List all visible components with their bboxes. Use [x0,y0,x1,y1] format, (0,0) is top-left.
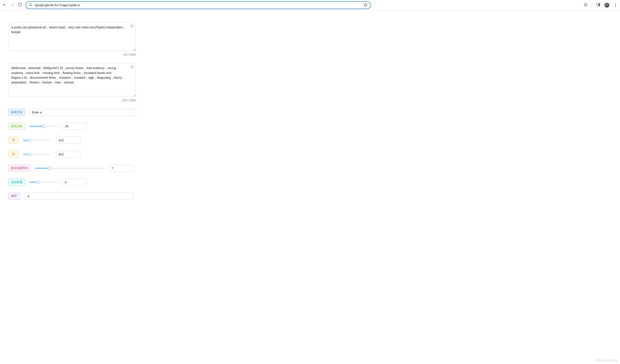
sampler-select[interactable]: Euler a [29,109,136,116]
width-label: 宽 [8,137,19,144]
nav-reload-button[interactable] [18,3,22,8]
cfg-label: 提示词相关性 [8,165,31,172]
sampler-label: 采样方法 [8,109,25,116]
height-slider[interactable] [23,154,52,155]
svg-point-5 [31,5,31,6]
steps-input[interactable] [62,123,87,130]
negative-prompt-textarea[interactable] [8,63,136,97]
width-input[interactable] [56,137,81,144]
batch-input[interactable] [62,179,87,186]
steps-slider[interactable] [29,126,58,127]
height-input[interactable] [56,151,81,158]
negative-prompt-counter: 239 / 2000 [8,99,136,102]
cfg-input[interactable] [109,165,134,172]
height-label: 高 [8,151,19,158]
svg-point-4 [30,4,31,4]
nav-back-button[interactable] [2,3,7,8]
bookmark-star-icon[interactable] [363,3,368,7]
browser-toolbar: kpssjk-ppcvte-5173.app.myide.io [0,0,620,10]
browser-menu-button[interactable] [613,3,618,7]
chevron-down-icon [131,111,133,114]
clear-prompt-icon[interactable] [130,24,134,28]
seed-label: 种子 [8,193,20,200]
address-bar[interactable]: kpssjk-ppcvte-5173.app.myide.io [26,1,371,9]
seed-input[interactable] [24,193,134,200]
cfg-slider[interactable] [35,168,105,169]
prompt-counter: 85 / 2000 [8,53,136,56]
batch-slider[interactable] [29,182,58,183]
prompt-textarea[interactable] [8,23,136,51]
steps-label: 采样步数 [8,123,25,130]
svg-rect-8 [598,3,600,6]
profile-avatar[interactable] [604,3,609,8]
extensions-icon[interactable] [584,3,588,8]
batch-label: 每批数量 [8,179,25,186]
address-bar-url[interactable]: kpssjk-ppcvte-5173.app.myide.io [35,3,361,7]
sampler-select-value: Euler a [32,111,42,114]
width-slider[interactable] [23,140,52,141]
form-root: 85 / 2000 239 / 2000 采样方法 Euler a [0,10,620,208]
nav-forward-button[interactable] [10,3,14,8]
svg-marker-6 [364,3,367,7]
site-settings-icon[interactable] [29,3,32,7]
side-panel-icon[interactable] [596,3,600,8]
